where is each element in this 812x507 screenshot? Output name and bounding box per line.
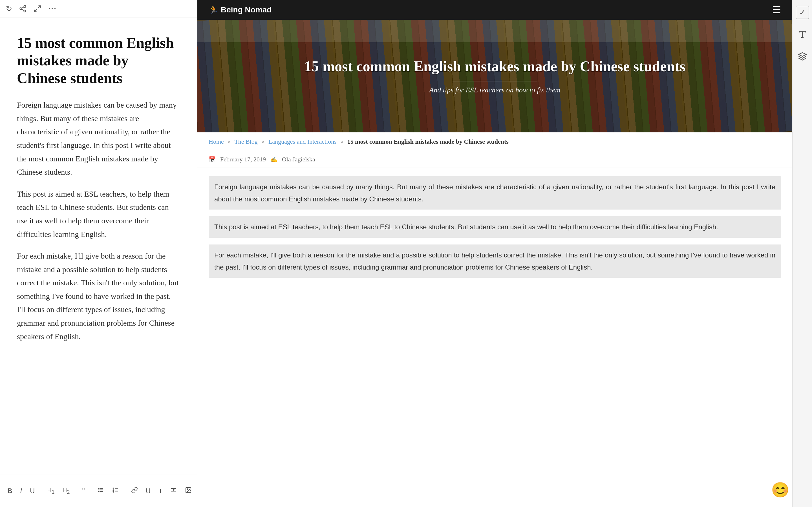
website-preview-pane: 🏃 Being Nomad ☰ 15 most common English m…: [197, 0, 812, 507]
logo-icon: 🏃: [209, 5, 218, 15]
editor-toolbar-top: ↻ ···: [0, 0, 197, 17]
svg-rect-7: [98, 488, 99, 489]
svg-point-0: [24, 5, 26, 7]
article-paragraph-2: This post is aimed at ESL teachers, to h…: [209, 216, 781, 237]
text-color-button[interactable]: T: [157, 486, 164, 496]
svg-line-5: [38, 6, 40, 8]
refresh-button[interactable]: ↻: [6, 4, 12, 13]
editor-paragraph-2: This post is aimed at ESL teachers, to h…: [17, 187, 181, 241]
website-navbar: 🏃 Being Nomad ☰: [197, 0, 792, 20]
svg-point-1: [20, 8, 22, 10]
list-ul-button[interactable]: [96, 486, 106, 496]
article-paragraph-3: For each mistake, I'll give both a reaso…: [209, 244, 781, 278]
svg-text:3: 3: [113, 491, 114, 493]
website-main-content: Home » The Blog » Languages and Interact…: [197, 132, 792, 507]
svg-rect-9: [98, 490, 99, 490]
editor-paragraph-1: Foreign language mistakes can be caused …: [17, 98, 181, 179]
svg-line-6: [35, 9, 37, 11]
breadcrumb-sep-1: »: [227, 138, 231, 145]
website-logo: 🏃 Being Nomad: [209, 5, 271, 15]
svg-rect-10: [100, 490, 103, 490]
editor-pane: ↻ ··· 15 most common English mistakes ma…: [0, 0, 197, 507]
breadcrumb-home[interactable]: Home: [209, 138, 224, 145]
svg-marker-26: [799, 53, 806, 56]
website-hero: 15 most common English mistakes made by …: [197, 20, 792, 132]
nav-menu-button[interactable]: ☰: [772, 4, 781, 16]
h1-button[interactable]: H1: [45, 486, 56, 496]
emoji-avatar[interactable]: 😊: [771, 482, 790, 499]
link-button[interactable]: [130, 486, 140, 496]
more-button[interactable]: ···: [48, 3, 57, 14]
editor-content-area[interactable]: 15 most common English mistakes made by …: [0, 17, 197, 474]
breadcrumb: Home » The Blog » Languages and Interact…: [197, 132, 792, 151]
hero-title: 15 most common English mistakes made by …: [304, 58, 686, 75]
underline-button[interactable]: U: [28, 486, 36, 496]
date-icon: 📅: [209, 156, 216, 163]
bold-button[interactable]: B: [6, 486, 14, 496]
breadcrumb-sep-2: »: [261, 138, 264, 145]
check-icon[interactable]: ✓: [796, 6, 809, 19]
hero-subtitle: And tips for ESL teachers on how to fix …: [304, 86, 686, 94]
breadcrumb-sep-3: »: [340, 138, 343, 145]
breadcrumb-blog[interactable]: The Blog: [234, 138, 258, 145]
article-author: Ola Jagielska: [282, 156, 315, 163]
author-icon: ✍: [270, 156, 277, 163]
quote-button[interactable]: ": [81, 486, 87, 497]
text-format-icon[interactable]: [796, 27, 809, 41]
share-button[interactable]: [19, 5, 27, 13]
editor-toolbar-bottom: B I U H1 H2 " 123 U T: [0, 474, 197, 507]
svg-point-23: [187, 489, 188, 490]
hero-content: 15 most common English mistakes made by …: [293, 58, 697, 94]
svg-rect-8: [100, 488, 103, 489]
breadcrumb-category[interactable]: Languages and Interactions: [268, 138, 337, 145]
right-sidebar: ✓: [792, 0, 812, 507]
image-button[interactable]: [183, 486, 193, 496]
expand-button[interactable]: [34, 5, 42, 13]
editor-paragraph-3: For each mistake, I'll give both a reaso…: [17, 249, 181, 343]
article-date: February 17, 2019: [220, 156, 266, 163]
svg-rect-11: [98, 491, 99, 492]
website-content: 🏃 Being Nomad ☰ 15 most common English m…: [197, 0, 792, 507]
editor-title: 15 most common English mistakes made by …: [17, 34, 181, 87]
list-ol-button[interactable]: 123: [110, 486, 120, 496]
h2-button[interactable]: H2: [61, 486, 71, 496]
indent-button[interactable]: [168, 486, 179, 496]
svg-line-3: [22, 9, 24, 10]
article-paragraph-1: Foreign language mistakes can be caused …: [209, 176, 781, 210]
stack-icon[interactable]: [796, 50, 809, 63]
editor-body[interactable]: Foreign language mistakes can be caused …: [17, 98, 181, 343]
svg-rect-12: [100, 491, 103, 492]
breadcrumb-current: 15 most common English mistakes made by …: [347, 138, 509, 145]
logo-text: Being Nomad: [221, 5, 271, 14]
italic-button[interactable]: I: [18, 486, 24, 496]
svg-point-2: [24, 10, 26, 12]
underline2-button[interactable]: U: [144, 486, 152, 496]
hero-divider: [453, 81, 537, 81]
article-meta: 📅 February 17, 2019 ✍ Ola Jagielska: [197, 151, 792, 168]
svg-line-4: [22, 7, 24, 8]
article-body: Foreign language mistakes can be caused …: [197, 168, 792, 293]
